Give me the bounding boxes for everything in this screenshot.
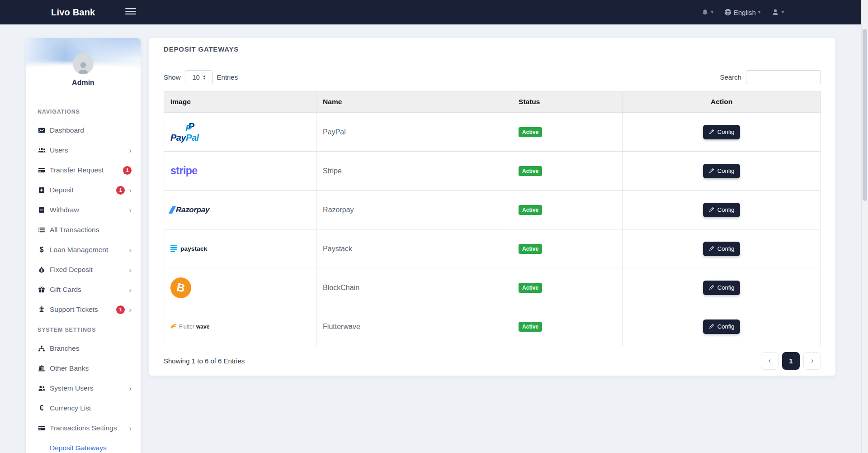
page-root: { "navbar": { "brand": "Livo Bank", "lan…: [0, 0, 868, 453]
sidebar-item-other-banks[interactable]: Other Banks: [26, 358, 141, 378]
sidebar-item-label: Dashboard: [50, 126, 84, 134]
entries-per-page-select[interactable]: 10 ▴ ▾: [185, 70, 213, 84]
sidebar-item-loan-management[interactable]: $ Loan Management ›: [26, 240, 141, 260]
status-badge: Active: [519, 205, 542, 215]
page-scrollbar-thumb[interactable]: [863, 29, 867, 201]
status-badge: Active: [519, 322, 542, 332]
config-button[interactable]: Config: [703, 203, 741, 217]
column-header-name: Name: [316, 91, 512, 113]
sidebar-item-label: Transfer Request: [50, 166, 104, 174]
sidebar-item-label: Support Tickets: [50, 305, 98, 314]
sidebar-item-deposit-gateways[interactable]: Deposit Gateways: [26, 438, 141, 453]
column-header-status: Status: [512, 91, 623, 113]
paypal-logo: P P PayPal: [170, 121, 316, 143]
gateway-name: Flutterwave: [316, 307, 512, 346]
money-bag-icon: $: [38, 266, 46, 273]
brand-logo[interactable]: Livo Bank: [51, 7, 110, 18]
gateway-name: Paystack: [316, 229, 512, 268]
sidebar-item-currency-list[interactable]: € Currency List: [26, 398, 141, 418]
chevron-right-icon: ›: [129, 206, 132, 214]
sidebar-item-dashboard[interactable]: Dashboard: [26, 120, 141, 140]
notifications-menu[interactable]: ▾: [701, 8, 713, 16]
show-label: Show: [164, 73, 181, 81]
language-menu[interactable]: English ▾: [724, 9, 760, 16]
top-navbar: Livo Bank ▾ English ▾ ▾: [0, 0, 868, 24]
table-row-stripe: stripe Stripe Active Config: [164, 152, 821, 191]
config-button[interactable]: Config: [703, 164, 741, 178]
sidebar-item-branches[interactable]: Branches: [26, 339, 141, 358]
sidebar-item-label: All Transactions: [50, 226, 99, 234]
table-row-paystack: paystack Paystack Active Config: [164, 229, 821, 268]
notification-badge: 1: [123, 166, 132, 175]
navbar-right-menu: ▾ English ▾ ▾: [701, 8, 784, 16]
sidebar-item-label: Deposit: [50, 186, 74, 194]
pagination-prev-button[interactable]: ‹: [761, 352, 778, 370]
sidebar-item-all-transactions[interactable]: All Transactions: [26, 220, 141, 240]
sidebar-toggle-button[interactable]: [125, 8, 136, 17]
sidebar-section-navigations: NAVIGATIONS: [26, 99, 141, 120]
flutterwave-logo: Flutterwave: [170, 323, 316, 331]
pencil-icon: [709, 284, 715, 291]
paystack-logo: paystack: [170, 245, 316, 253]
sidebar-item-label: Loan Management: [50, 246, 108, 254]
select-arrows-icon: ▴ ▾: [203, 75, 205, 80]
table-row-razorpay: Razorpay Razorpay Active Config: [164, 191, 821, 229]
pencil-icon: [709, 323, 715, 330]
razorpay-logo: Razorpay: [170, 205, 316, 215]
sidebar: Admin NAVIGATIONS Dashboard Users › Tran…: [26, 38, 141, 453]
search-control: Search: [720, 70, 821, 84]
table-footer: Showing 1 to 6 of 6 Entries ‹ 1 ›: [149, 346, 835, 375]
chevron-right-icon: ›: [129, 385, 132, 392]
page-title: DEPOSIT GATEWAYS: [164, 45, 239, 53]
two-users-icon: [38, 385, 46, 392]
sidebar-item-transfer-request[interactable]: Transfer Request 1: [26, 160, 141, 180]
notification-badge: 1: [116, 305, 125, 314]
column-header-image: Image: [164, 91, 316, 113]
config-button[interactable]: Config: [703, 125, 741, 139]
paystack-bars-icon: [170, 245, 177, 253]
gateway-name: PayPal: [316, 113, 512, 152]
pagination-page-1-button[interactable]: 1: [782, 352, 800, 370]
gateway-name: Stripe: [316, 152, 512, 191]
sidebar-item-fixed-deposit[interactable]: $ Fixed Deposit ›: [26, 260, 141, 280]
sidebar-item-deposit[interactable]: Deposit 1 ›: [26, 180, 141, 200]
chevron-right-icon: ›: [129, 286, 132, 294]
chevron-left-icon: ‹: [769, 357, 771, 365]
flutterwave-swirl-icon: [170, 323, 177, 331]
minus-square-icon: [38, 206, 46, 214]
razorpay-slash-icon: [169, 206, 176, 214]
search-label: Search: [720, 73, 741, 81]
plus-square-icon: [38, 186, 46, 194]
dashboard-icon: [38, 127, 46, 134]
list-icon: [38, 226, 46, 234]
pagination: ‹ 1 ›: [761, 352, 821, 370]
sidebar-item-label: System Users: [50, 384, 93, 392]
user-menu[interactable]: ▾: [771, 8, 784, 16]
table-controls: Show 10 ▴ ▾ Entries Search: [149, 60, 835, 84]
config-button[interactable]: Config: [703, 319, 741, 334]
config-button[interactable]: Config: [703, 281, 741, 295]
sidebar-item-support-tickets[interactable]: Support Tickets 1 ›: [26, 300, 141, 319]
sidebar-item-users[interactable]: Users ›: [26, 140, 141, 160]
sidebar-item-withdraw[interactable]: Withdraw ›: [26, 200, 141, 220]
config-button[interactable]: Config: [703, 242, 741, 256]
pencil-icon: [709, 167, 715, 175]
sidebar-item-label: Fixed Deposit: [50, 266, 93, 274]
sidebar-item-transactions-settings[interactable]: Transactions Settings ›: [26, 418, 141, 438]
pencil-icon: [709, 206, 715, 214]
pagination-next-button[interactable]: ›: [803, 352, 821, 370]
credit-card-icon: [38, 167, 46, 174]
sidebar-item-system-users[interactable]: System Users ›: [26, 378, 141, 398]
search-input[interactable]: [746, 70, 821, 84]
chevron-right-icon: ›: [129, 246, 132, 254]
sidebar-item-gift-cards[interactable]: Gift Cards ›: [26, 280, 141, 300]
caret-down-icon: ▾: [758, 10, 760, 14]
table-header-row: Image Name Status Action: [164, 91, 821, 113]
table-row-paypal: P P PayPal PayPal Active Config: [164, 113, 821, 152]
card-header: DEPOSIT GATEWAYS: [149, 38, 835, 60]
avatar: [73, 53, 94, 74]
sidebar-item-label: Currency List: [50, 404, 91, 412]
bell-icon: [701, 8, 709, 16]
sidebar-section-system-settings: SYSTEM SETTINGS: [26, 319, 141, 339]
sidebar-item-label: Branches: [50, 344, 79, 353]
